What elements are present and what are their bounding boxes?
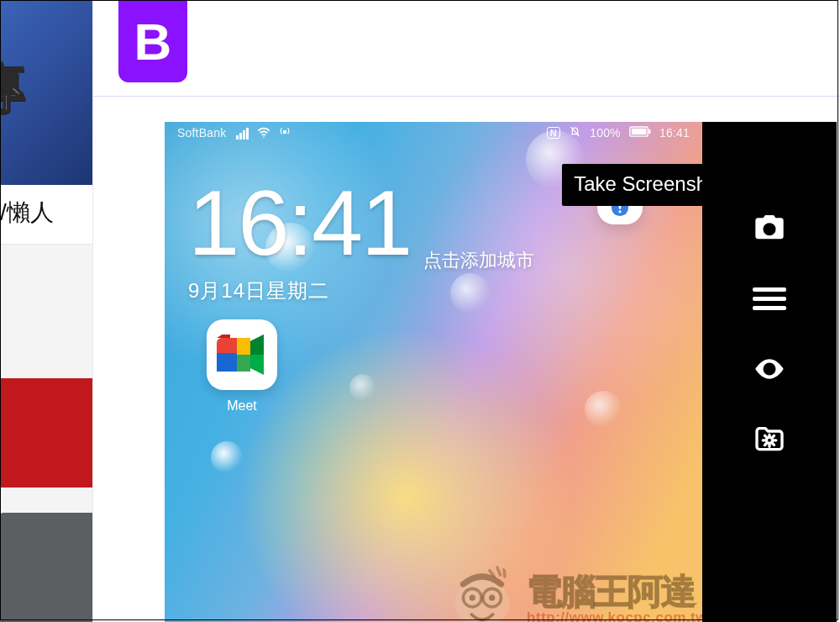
nfc-icon: N <box>547 127 560 139</box>
screencast-toolbar <box>702 122 837 622</box>
battery-icon <box>629 126 654 140</box>
sidebar-hero-text: 專 <box>0 55 23 123</box>
svg-rect-9 <box>237 338 250 355</box>
sidebar-hero: 專 <box>0 0 92 185</box>
brand-badge[interactable]: B <box>118 0 187 82</box>
sidebar-thumb-gray[interactable] <box>0 513 92 622</box>
svg-rect-10 <box>237 355 250 372</box>
page-content: B SoftBank <box>92 0 840 622</box>
clock-time: 16:41 <box>188 177 411 269</box>
wifi-icon <box>257 127 274 140</box>
status-time: 16:41 <box>659 126 690 140</box>
svg-rect-3 <box>632 129 647 134</box>
svg-point-18 <box>766 437 772 443</box>
svg-point-15 <box>489 595 495 601</box>
svg-rect-8 <box>217 353 237 372</box>
sidebar-link[interactable]: /懶人 <box>0 185 92 245</box>
screenshot-button[interactable] <box>744 203 795 253</box>
article-body: SoftBank N 100% <box>93 97 840 622</box>
signal-icon <box>235 126 249 140</box>
svg-point-14 <box>470 595 475 601</box>
home-clock-widget[interactable]: 16:41 点击添加城市 9月14日星期二 <box>188 177 411 304</box>
watermark-url: http://www.kocpc.com.tw <box>527 610 702 622</box>
camera-icon <box>753 211 786 245</box>
app-shortcut-meet[interactable]: Meet <box>207 319 277 414</box>
brand-letter: B <box>134 12 172 71</box>
top-bar: B <box>93 0 840 97</box>
meet-icon <box>207 319 277 390</box>
page-sidebar: 專 /懶人 <box>0 0 92 622</box>
svg-point-1 <box>283 130 286 134</box>
sidebar-thumb-red[interactable] <box>0 378 92 488</box>
svg-point-0 <box>263 136 265 138</box>
battery-percent: 100% <box>590 126 621 140</box>
settings-folder-icon <box>753 423 786 456</box>
visibility-button[interactable] <box>744 344 795 394</box>
svg-point-7 <box>618 210 621 213</box>
watermark-title: 電腦王阿達 <box>527 573 702 610</box>
dnd-icon <box>569 127 585 140</box>
watermark: 電腦王阿達 http://www.kocpc.com.tw <box>444 561 702 622</box>
device-status-bar: SoftBank N 100% <box>165 122 702 144</box>
watermark-mascot-icon <box>444 561 520 622</box>
svg-point-16 <box>765 225 773 233</box>
svg-rect-4 <box>648 129 650 134</box>
menu-icon <box>753 287 786 292</box>
hotspot-icon <box>279 127 291 140</box>
settings-button[interactable] <box>744 414 795 465</box>
menu-button[interactable] <box>744 273 795 324</box>
svg-point-17 <box>766 366 773 372</box>
carrier-label: SoftBank <box>177 126 226 140</box>
clock-add-city: 点击添加城市 <box>423 248 534 273</box>
clock-date: 9月14日星期二 <box>188 277 411 304</box>
screencast-window: SoftBank N 100% <box>165 122 837 622</box>
eye-icon <box>753 352 786 386</box>
app-label: Meet <box>207 398 277 414</box>
